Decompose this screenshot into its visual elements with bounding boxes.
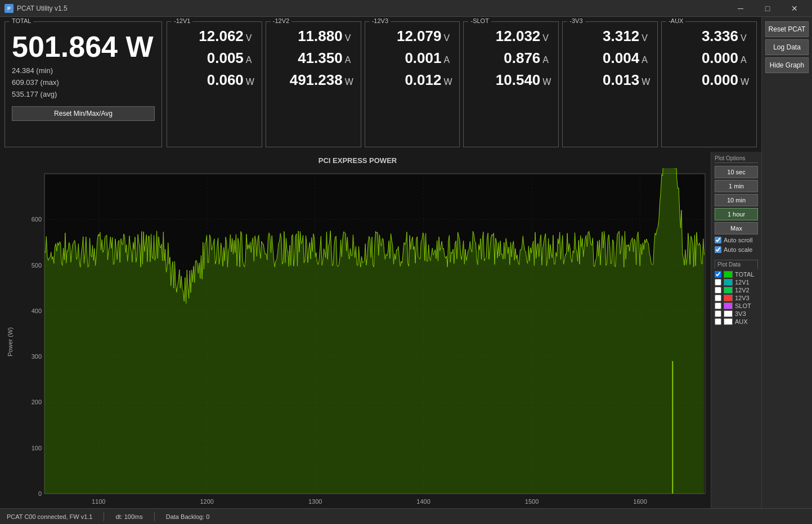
status-bar: PCAT C00 connected, FW v1.1 dt: 100ms Da… <box>0 508 812 524</box>
legend-checkbox-3v3[interactable] <box>715 310 721 317</box>
legend-color-total <box>724 271 733 278</box>
legend-name-3v3: 3V3 <box>735 310 746 317</box>
minimize-button[interactable]: ─ <box>728 0 753 17</box>
auto-scale-checkbox[interactable] <box>715 246 721 253</box>
mbox-power-unit-1: W <box>345 77 356 87</box>
mbox-power-3: 10.540 <box>496 71 541 89</box>
mbox-voltage-unit-1: V <box>345 33 356 43</box>
mbox-aux: -AUX 3.336 V 0.000 A 0.000 W <box>661 21 757 147</box>
mbox-current-unit-1: A <box>345 55 356 65</box>
total-stats: 24.384 (min) 609.037 (max) 535.177 (avg) <box>12 65 155 100</box>
mbox-voltage-unit-0: V <box>246 33 257 43</box>
legend-checkbox-aux[interactable] <box>715 318 721 325</box>
mbox-current-unit-3: A <box>542 55 554 65</box>
auto-scroll-row: Auto scroll <box>715 236 758 244</box>
mbox-voltage-unit-4: V <box>641 33 653 43</box>
legend-name-total: TOTAL <box>735 271 754 278</box>
legend-color-12v2 <box>724 287 733 293</box>
mbox-current-1: 41.350 <box>298 49 343 67</box>
legend-name-12v1: 12V1 <box>735 279 750 286</box>
total-min: 24.384 (min) <box>12 65 155 77</box>
plot-panel: Plot Options 10 sec 1 min 10 min 1 hour … <box>711 152 761 508</box>
mbox-voltage-row-5: 3.336 V <box>666 28 752 45</box>
legend-name-aux: AUX <box>735 318 748 325</box>
reset-pcat-button[interactable]: Reset PCAT <box>765 21 809 37</box>
legend-color-slot <box>724 302 733 309</box>
mbox-voltage-row-4: 3.312 V <box>567 28 653 45</box>
mbox-current-row-1: 41.350 A <box>271 49 356 67</box>
mbox-power-2: 0.012 <box>405 71 441 89</box>
mbox-current-row-2: 0.001 A <box>370 49 455 67</box>
graph-title: PCI EXPRESS POWER <box>5 156 711 165</box>
reset-minmaxavg-button[interactable]: Reset Min/Max/Avg <box>12 106 155 121</box>
legend-checkbox-12v2[interactable] <box>715 287 721 293</box>
legend-checkbox-total[interactable] <box>715 271 721 278</box>
legend-checkbox-slot[interactable] <box>715 302 721 309</box>
mbox-12v1: -12V1 12.062 V 0.005 A 0.060 W <box>167 21 262 147</box>
legend-color-12v1 <box>724 279 733 286</box>
legend-row-12v1: 12V1 <box>715 278 758 286</box>
title-bar-left: P PCAT Utility v1.5 <box>5 4 68 13</box>
mbox-voltage-1: 11.880 <box>298 28 343 45</box>
mbox-power-unit-5: W <box>741 77 752 87</box>
measurement-boxes: -12V1 12.062 V 0.005 A 0.060 W -12V2 11.… <box>167 21 757 147</box>
main-chart[interactable] <box>14 168 711 508</box>
mbox-voltage-5: 3.336 <box>702 28 738 45</box>
status-sep-2 <box>154 512 155 521</box>
mbox-voltage-unit-2: V <box>443 33 455 43</box>
legend-row-3v3: 3V3 <box>715 310 758 318</box>
auto-scroll-label: Auto scroll <box>724 237 752 243</box>
mbox-label-2: -12V3 <box>370 17 391 24</box>
mbox-current-row-5: 0.000 A <box>666 49 752 67</box>
plot-btn-1min[interactable]: 1 min <box>715 180 758 192</box>
legend-row-total: TOTAL <box>715 270 758 278</box>
mbox-label-5: -AUX <box>666 17 685 24</box>
mbox-power-row-3: 10.540 W <box>468 71 554 89</box>
legend-color-12v3 <box>724 295 733 301</box>
mbox-current-unit-4: A <box>641 55 653 65</box>
plot-data-label: Plot Data <box>715 260 758 269</box>
mbox-12v3: -12V3 12.079 V 0.001 A 0.012 W <box>365 21 460 147</box>
mbox-power-4: 0.013 <box>603 71 639 89</box>
mbox-voltage-row-2: 12.079 V <box>370 28 455 45</box>
hide-graph-button[interactable]: Hide Graph <box>765 57 809 73</box>
legend-name-12v2: 12V2 <box>735 287 750 293</box>
title-bar: P PCAT Utility v1.5 ─ □ ✕ <box>0 0 812 17</box>
mbox-3v3: -3V3 3.312 V 0.004 A 0.013 W <box>562 21 658 147</box>
mbox-voltage-2: 12.079 <box>397 28 442 45</box>
mbox-power-5: 0.000 <box>702 71 738 89</box>
mbox-current-row-3: 0.876 A <box>468 49 554 67</box>
legend-checkbox-12v1[interactable] <box>715 279 721 286</box>
auto-scale-label: Auto scale <box>724 246 752 253</box>
legend-row-aux: AUX <box>715 318 758 326</box>
mbox-current-unit-0: A <box>246 55 257 65</box>
graph-area: PCI EXPRESS POWER Power (W) Time (s) Plo… <box>0 152 761 508</box>
backlog-status: Data Backlog: 0 <box>166 513 210 520</box>
plot-btn-1hour[interactable]: 1 hour <box>715 208 758 220</box>
close-button[interactable]: ✕ <box>782 0 807 17</box>
legend-name-slot: SLOT <box>735 302 751 309</box>
log-data-button[interactable]: Log Data <box>765 39 809 55</box>
total-max: 609.037 (max) <box>12 77 155 89</box>
mbox-power-row-0: 0.060 W <box>172 71 257 89</box>
plot-btn-10sec[interactable]: 10 sec <box>715 166 758 178</box>
mbox-power-row-2: 0.012 W <box>370 71 455 89</box>
mbox-voltage-row-1: 11.880 V <box>271 28 356 45</box>
mbox-voltage-unit-5: V <box>741 33 752 43</box>
app-title: PCAT Utility v1.5 <box>17 4 68 12</box>
legend-checkbox-12v3[interactable] <box>715 295 721 301</box>
maximize-button[interactable]: □ <box>755 0 780 17</box>
plot-btn-10min[interactable]: 10 min <box>715 194 758 206</box>
mbox-label-4: -3V3 <box>567 17 585 24</box>
legend-rows: TOTAL 12V1 12V2 12V3 SLOT 3V3 AUX <box>715 270 758 326</box>
status-sep-1 <box>104 512 104 521</box>
mbox-12v2: -12V2 11.880 V 41.350 A 491.238 W <box>266 21 361 147</box>
app-icon: P <box>5 4 14 13</box>
mbox-voltage-row-0: 12.062 V <box>172 28 257 45</box>
auto-scroll-checkbox[interactable] <box>715 237 721 243</box>
y-axis-label: Power (W) <box>5 168 14 508</box>
total-label: TOTAL <box>10 17 33 24</box>
mbox-voltage-3: 12.032 <box>496 28 541 45</box>
plot-btn-max[interactable]: Max <box>715 222 758 234</box>
total-avg: 535.177 (avg) <box>12 89 155 101</box>
